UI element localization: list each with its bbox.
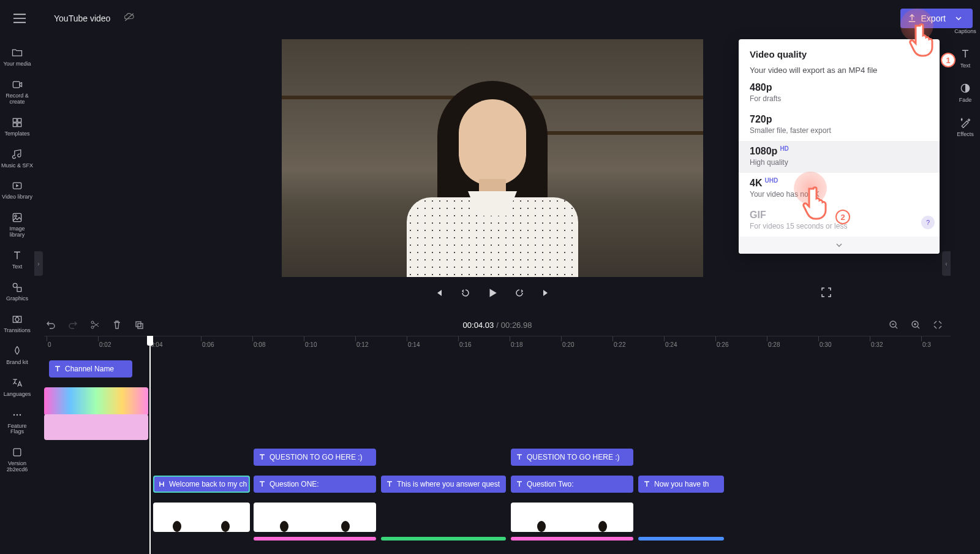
svg-point-18 xyxy=(91,321,94,324)
forward-button[interactable] xyxy=(512,286,527,300)
export-option-4k[interactable]: 4KUHD Your video has no 4K xyxy=(739,173,940,205)
clip-question-header-1[interactable]: QUESTION TO GO HERE :) xyxy=(254,449,376,466)
export-panel-more[interactable] xyxy=(739,237,940,254)
leftbar-feature-flags[interactable]: Feature Flags xyxy=(0,404,34,441)
rightbar-fade[interactable]: Fade xyxy=(951,76,980,109)
leftbar-your-media[interactable]: Your media xyxy=(0,42,34,72)
upload-icon xyxy=(908,14,916,23)
ruler-tick-label: 0:02 xyxy=(99,341,111,348)
delete-button[interactable] xyxy=(110,318,124,332)
svg-rect-4 xyxy=(13,123,17,127)
zoom-in-button[interactable] xyxy=(909,318,922,332)
help-badge[interactable]: ? xyxy=(921,216,935,229)
clip-answer[interactable]: This is where you answer quest xyxy=(381,476,506,493)
play-button[interactable] xyxy=(485,286,500,300)
export-option-480p[interactable]: 480p For drafts xyxy=(739,77,940,109)
svg-point-19 xyxy=(91,326,94,328)
export-quality-panel: Video quality Your video will export as … xyxy=(739,39,940,254)
clip-pink-overlay[interactable] xyxy=(44,414,148,440)
svg-rect-1 xyxy=(13,82,20,88)
rewind-button[interactable] xyxy=(458,286,473,300)
right-toolbar: CCCaptions Text Fade Effects xyxy=(951,0,980,554)
clip-video-3[interactable] xyxy=(511,503,633,532)
clip-video-1[interactable] xyxy=(153,503,250,532)
leftbar-templates[interactable]: Templates xyxy=(0,112,34,142)
clip-question-one[interactable]: Question ONE: xyxy=(254,476,376,493)
svg-rect-10 xyxy=(17,287,21,292)
svg-rect-14 xyxy=(13,449,21,457)
leftbar-graphics[interactable]: Graphics xyxy=(0,276,34,307)
clip-question-header-2[interactable]: QUESTION TO GO HERE :) xyxy=(511,449,633,466)
duplicate-button[interactable] xyxy=(132,318,146,332)
ruler-tick-label: 0:20 xyxy=(562,341,574,348)
track-text-lower: Welcome back to my ch Question ONE: This… xyxy=(44,476,951,498)
clip-audio-4[interactable] xyxy=(638,537,724,541)
svg-point-11 xyxy=(13,414,15,416)
ruler-tick-label: 0 xyxy=(48,341,51,348)
svg-rect-20 xyxy=(136,322,141,327)
chevron-down-icon xyxy=(956,17,962,20)
clip-channel-name[interactable]: Channel Name xyxy=(49,360,132,378)
redo-button[interactable] xyxy=(66,318,80,332)
export-panel-title: Video quality xyxy=(750,49,929,59)
svg-point-9 xyxy=(13,283,17,287)
leftbar-brand-kit[interactable]: Brand kit xyxy=(0,340,34,371)
track-video xyxy=(44,503,951,532)
leftbar-text[interactable]: Text xyxy=(0,245,34,275)
track-overlay-2 xyxy=(44,414,951,444)
svg-rect-3 xyxy=(18,118,21,122)
export-option-720p[interactable]: 720p Smaller file, faster export xyxy=(739,109,940,141)
rightbar-text[interactable]: Text xyxy=(951,42,980,75)
prev-frame-button[interactable] xyxy=(431,286,446,300)
ruler-tick-label: 0:32 xyxy=(871,341,883,348)
clip-gradient-overlay[interactable] xyxy=(44,387,148,416)
clip-audio-2[interactable] xyxy=(381,537,506,541)
next-frame-button[interactable] xyxy=(539,286,554,300)
split-button[interactable] xyxy=(88,318,102,332)
svg-line-0 xyxy=(126,13,134,21)
leftbar-video-library[interactable]: Video library xyxy=(0,175,34,205)
zoom-fit-button[interactable] xyxy=(931,318,944,332)
undo-button[interactable] xyxy=(44,318,58,332)
leftbar-transitions[interactable]: Transitions xyxy=(0,308,34,339)
clip-audio-1[interactable] xyxy=(254,537,376,541)
ruler-tick-label: 0:06 xyxy=(202,341,214,348)
clip-audio-3[interactable] xyxy=(511,537,633,541)
export-option-gif[interactable]: GIF For videos 15 seconds or less xyxy=(739,205,940,237)
timeline-tracks: Channel Name QUESTION TO GO HERE :) QUES… xyxy=(44,360,951,554)
svg-point-12 xyxy=(17,414,18,416)
timeline-ruler[interactable]: 00:020:040:060:080:100:120:140:160:180:2… xyxy=(44,336,951,352)
menu-button[interactable] xyxy=(7,6,32,31)
leftbar-languages[interactable]: Languages xyxy=(0,372,34,403)
clip-welcome[interactable]: Welcome back to my ch xyxy=(153,476,250,493)
clip-question-two[interactable]: Question Two: xyxy=(511,476,633,493)
clip-video-2[interactable] xyxy=(254,503,376,532)
leftbar-image-library[interactable]: Image library xyxy=(0,207,34,243)
ruler-tick-label: 0:18 xyxy=(511,341,522,348)
zoom-out-button[interactable] xyxy=(887,318,900,332)
ruler-tick-label: 0:30 xyxy=(820,341,831,348)
cloud-sync-off-icon xyxy=(124,13,135,24)
left-panel-expand[interactable]: › xyxy=(34,251,43,276)
hamburger-icon xyxy=(13,13,26,23)
export-button[interactable]: Export xyxy=(900,9,973,28)
ruler-tick-label: 0:10 xyxy=(305,341,317,348)
right-panel-collapse[interactable]: ‹ xyxy=(942,251,951,276)
leftbar-record-create[interactable]: Record & create xyxy=(0,74,34,110)
ruler-tick-label: 0:12 xyxy=(356,341,368,348)
track-overlay-1 xyxy=(44,387,951,409)
track-title: Channel Name xyxy=(44,360,951,382)
ruler-tick-label: 0:16 xyxy=(459,341,471,348)
fullscreen-button[interactable] xyxy=(821,287,832,300)
leftbar-version[interactable]: Version 2b2ecd6 xyxy=(0,441,34,478)
rightbar-effects[interactable]: Effects xyxy=(951,110,980,143)
leftbar-music-sfx[interactable]: Music & SFX xyxy=(0,143,34,174)
track-audio xyxy=(44,537,951,541)
timeline[interactable]: 00:020:040:060:080:100:120:140:160:180:2… xyxy=(44,336,951,554)
svg-rect-7 xyxy=(13,214,21,222)
video-preview[interactable] xyxy=(282,39,703,277)
clip-now-have[interactable]: Now you have th xyxy=(638,476,724,493)
playhead[interactable] xyxy=(149,336,151,554)
export-option-1080p[interactable]: 1080pHD High quality xyxy=(739,141,940,173)
ruler-tick-label: 0:22 xyxy=(614,341,625,348)
